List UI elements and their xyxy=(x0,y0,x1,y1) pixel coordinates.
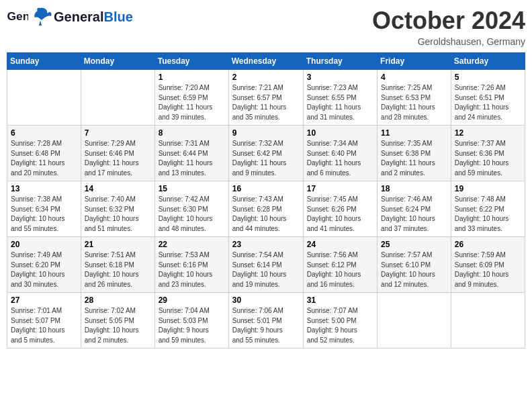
day-info: Sunrise: 7:37 AM Sunset: 6:36 PM Dayligh… xyxy=(455,139,521,178)
day-number: 18 xyxy=(381,184,447,193)
calendar-cell: 28Sunrise: 7:02 AM Sunset: 5:05 PM Dayli… xyxy=(81,293,154,349)
day-number: 9 xyxy=(232,128,300,138)
calendar-cell: 5Sunrise: 7:26 AM Sunset: 6:51 PM Daylig… xyxy=(451,70,525,126)
day-number: 15 xyxy=(159,184,225,193)
calendar-cell: 21Sunrise: 7:51 AM Sunset: 6:18 PM Dayli… xyxy=(81,237,154,293)
day-number: 30 xyxy=(232,295,300,305)
day-number: 14 xyxy=(85,184,151,193)
calendar-cell: 19Sunrise: 7:48 AM Sunset: 6:22 PM Dayli… xyxy=(451,181,525,237)
day-number: 8 xyxy=(159,128,225,138)
calendar-cell: 27Sunrise: 7:01 AM Sunset: 5:07 PM Dayli… xyxy=(7,293,81,349)
calendar-cell xyxy=(378,293,451,349)
logo-blue: Blue xyxy=(103,9,132,24)
day-number: 26 xyxy=(455,240,521,249)
day-info: Sunrise: 7:02 AM Sunset: 5:05 PM Dayligh… xyxy=(85,306,151,345)
calendar-cell: 20Sunrise: 7:49 AM Sunset: 6:20 PM Dayli… xyxy=(7,237,81,293)
logo: General GeneralBlue xyxy=(7,7,133,27)
day-info: Sunrise: 7:38 AM Sunset: 6:34 PM Dayligh… xyxy=(11,195,77,234)
day-info: Sunrise: 7:23 AM Sunset: 6:55 PM Dayligh… xyxy=(307,83,373,122)
day-info: Sunrise: 7:29 AM Sunset: 6:46 PM Dayligh… xyxy=(85,139,151,178)
day-info: Sunrise: 7:43 AM Sunset: 6:28 PM Dayligh… xyxy=(232,195,300,234)
day-info: Sunrise: 7:26 AM Sunset: 6:51 PM Dayligh… xyxy=(455,83,521,122)
day-number: 7 xyxy=(85,128,151,138)
day-number: 5 xyxy=(455,73,521,82)
day-info: Sunrise: 7:07 AM Sunset: 5:00 PM Dayligh… xyxy=(307,306,373,345)
day-number: 16 xyxy=(232,184,300,193)
calendar-week-row: 6Sunrise: 7:28 AM Sunset: 6:48 PM Daylig… xyxy=(7,126,525,181)
logo-general: General xyxy=(54,9,103,24)
day-info: Sunrise: 7:01 AM Sunset: 5:07 PM Dayligh… xyxy=(11,306,77,345)
day-number: 31 xyxy=(307,295,373,305)
day-number: 19 xyxy=(455,184,521,193)
calendar-cell: 23Sunrise: 7:54 AM Sunset: 6:14 PM Dayli… xyxy=(228,237,303,293)
day-info: Sunrise: 7:51 AM Sunset: 6:18 PM Dayligh… xyxy=(85,250,151,289)
day-number: 4 xyxy=(381,73,447,82)
day-number: 6 xyxy=(11,128,77,138)
bird-icon xyxy=(28,7,52,27)
calendar-cell: 4Sunrise: 7:25 AM Sunset: 6:53 PM Daylig… xyxy=(378,70,451,126)
logo-text-block: GeneralBlue xyxy=(28,7,133,27)
day-info: Sunrise: 7:46 AM Sunset: 6:24 PM Dayligh… xyxy=(381,195,447,234)
day-number: 20 xyxy=(11,240,77,249)
weekday-header: Wednesday xyxy=(228,53,303,70)
day-info: Sunrise: 7:04 AM Sunset: 5:03 PM Dayligh… xyxy=(159,306,225,345)
day-info: Sunrise: 7:25 AM Sunset: 6:53 PM Dayligh… xyxy=(381,83,447,122)
calendar-cell xyxy=(81,70,154,126)
day-info: Sunrise: 7:21 AM Sunset: 6:57 PM Dayligh… xyxy=(232,83,300,122)
day-number: 27 xyxy=(11,295,77,305)
day-info: Sunrise: 7:32 AM Sunset: 6:42 PM Dayligh… xyxy=(232,139,300,178)
calendar-week-row: 27Sunrise: 7:01 AM Sunset: 5:07 PM Dayli… xyxy=(7,293,525,349)
calendar-cell: 17Sunrise: 7:45 AM Sunset: 6:26 PM Dayli… xyxy=(303,181,377,237)
day-info: Sunrise: 7:40 AM Sunset: 6:32 PM Dayligh… xyxy=(85,195,151,234)
calendar-cell: 15Sunrise: 7:42 AM Sunset: 6:30 PM Dayli… xyxy=(154,181,228,237)
calendar-cell: 13Sunrise: 7:38 AM Sunset: 6:34 PM Dayli… xyxy=(7,181,81,237)
calendar-cell: 16Sunrise: 7:43 AM Sunset: 6:28 PM Dayli… xyxy=(228,181,303,237)
calendar-cell: 3Sunrise: 7:23 AM Sunset: 6:55 PM Daylig… xyxy=(303,70,377,126)
calendar-cell: 14Sunrise: 7:40 AM Sunset: 6:32 PM Dayli… xyxy=(81,181,154,237)
day-number: 12 xyxy=(455,128,521,138)
day-info: Sunrise: 7:49 AM Sunset: 6:20 PM Dayligh… xyxy=(11,250,77,289)
day-number: 1 xyxy=(159,73,225,82)
day-info: Sunrise: 7:59 AM Sunset: 6:09 PM Dayligh… xyxy=(455,250,521,289)
day-number: 13 xyxy=(11,184,77,193)
day-number: 22 xyxy=(159,240,225,249)
day-number: 3 xyxy=(307,73,373,82)
calendar-cell: 2Sunrise: 7:21 AM Sunset: 6:57 PM Daylig… xyxy=(228,70,303,126)
day-info: Sunrise: 7:56 AM Sunset: 6:12 PM Dayligh… xyxy=(307,250,373,289)
logo-icon: General xyxy=(7,7,28,26)
location: Geroldshausen, Germany xyxy=(372,36,525,47)
day-info: Sunrise: 7:34 AM Sunset: 6:40 PM Dayligh… xyxy=(307,139,373,178)
calendar-cell: 11Sunrise: 7:35 AM Sunset: 6:38 PM Dayli… xyxy=(378,126,451,181)
page-header: General GeneralBlue October 2024 Gerolds… xyxy=(7,7,525,47)
day-number: 25 xyxy=(381,240,447,249)
calendar-cell: 30Sunrise: 7:06 AM Sunset: 5:01 PM Dayli… xyxy=(228,293,303,349)
calendar-cell: 12Sunrise: 7:37 AM Sunset: 6:36 PM Dayli… xyxy=(451,126,525,181)
weekday-header: Tuesday xyxy=(154,53,228,70)
svg-text:General: General xyxy=(7,9,28,23)
month-title: October 2024 xyxy=(372,7,525,35)
calendar-week-row: 1Sunrise: 7:20 AM Sunset: 6:59 PM Daylig… xyxy=(7,70,525,126)
day-number: 24 xyxy=(307,240,373,249)
day-info: Sunrise: 7:54 AM Sunset: 6:14 PM Dayligh… xyxy=(232,250,300,289)
weekday-header: Friday xyxy=(378,53,451,70)
weekday-header: Monday xyxy=(81,53,154,70)
day-info: Sunrise: 7:42 AM Sunset: 6:30 PM Dayligh… xyxy=(159,195,225,234)
day-number: 28 xyxy=(85,295,151,305)
calendar-cell: 31Sunrise: 7:07 AM Sunset: 5:00 PM Dayli… xyxy=(303,293,377,349)
calendar-cell: 22Sunrise: 7:53 AM Sunset: 6:16 PM Dayli… xyxy=(154,237,228,293)
day-number: 2 xyxy=(232,73,300,82)
calendar-cell: 25Sunrise: 7:57 AM Sunset: 6:10 PM Dayli… xyxy=(378,237,451,293)
day-info: Sunrise: 7:28 AM Sunset: 6:48 PM Dayligh… xyxy=(11,139,77,178)
day-number: 10 xyxy=(307,128,373,138)
calendar-cell xyxy=(7,70,81,126)
calendar-cell: 26Sunrise: 7:59 AM Sunset: 6:09 PM Dayli… xyxy=(451,237,525,293)
day-number: 23 xyxy=(232,240,300,249)
day-info: Sunrise: 7:57 AM Sunset: 6:10 PM Dayligh… xyxy=(381,250,447,289)
calendar-cell: 6Sunrise: 7:28 AM Sunset: 6:48 PM Daylig… xyxy=(7,126,81,181)
day-info: Sunrise: 7:45 AM Sunset: 6:26 PM Dayligh… xyxy=(307,195,373,234)
day-number: 29 xyxy=(159,295,225,305)
day-info: Sunrise: 7:20 AM Sunset: 6:59 PM Dayligh… xyxy=(159,83,225,122)
weekday-header: Thursday xyxy=(303,53,377,70)
title-block: October 2024 Geroldshausen, Germany xyxy=(372,7,525,47)
day-info: Sunrise: 7:53 AM Sunset: 6:16 PM Dayligh… xyxy=(159,250,225,289)
